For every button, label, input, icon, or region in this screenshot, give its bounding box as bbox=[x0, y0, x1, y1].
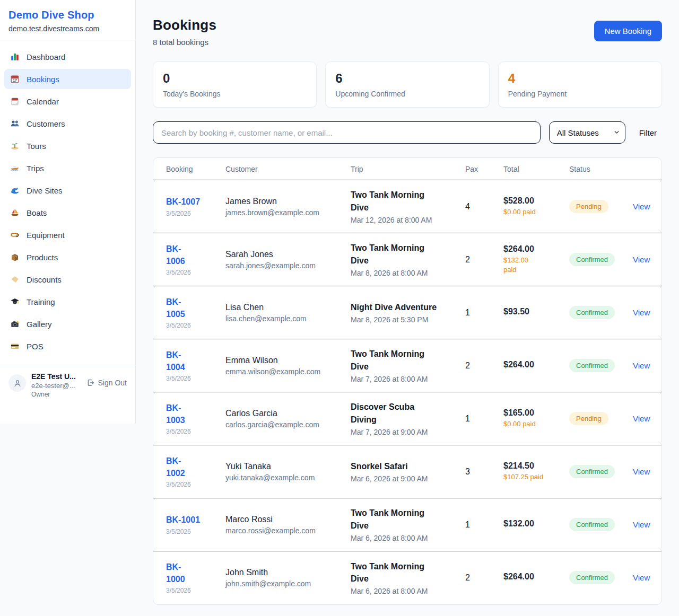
status-filter-select[interactable]: All Statuses bbox=[549, 121, 625, 144]
total-amount: $264.00 bbox=[503, 244, 563, 254]
booking-id-link[interactable]: BK- 1005 bbox=[166, 296, 219, 320]
customer-email: emma.wilson@example.com bbox=[225, 367, 344, 376]
booking-id-link[interactable]: BK- 1004 bbox=[166, 349, 219, 373]
sidebar: Demo Dive Shop demo.test.divestreams.com… bbox=[0, 0, 136, 424]
booking-id-link[interactable]: BK- 1000 bbox=[166, 561, 219, 585]
col-header-trip: Trip bbox=[351, 158, 465, 180]
trip-name: Discover Scuba Diving bbox=[351, 401, 459, 425]
customer-name: John Smith bbox=[225, 568, 344, 577]
pax-count: 1 bbox=[465, 392, 503, 445]
sidebar-item-boats[interactable]: Boats bbox=[4, 203, 131, 223]
sidebar-item-dive-sites[interactable]: Dive Sites bbox=[4, 180, 131, 200]
people-icon bbox=[10, 118, 20, 129]
controls-row: All Statuses Filter bbox=[153, 121, 662, 144]
view-link[interactable]: View bbox=[633, 255, 650, 264]
booking-id-link[interactable]: BK- 1006 bbox=[166, 243, 219, 267]
pax-count: 3 bbox=[465, 445, 503, 498]
sidebar-item-label: Trips bbox=[27, 164, 44, 173]
sidebar-item-discounts[interactable]: Discounts bbox=[4, 269, 131, 289]
search-input[interactable] bbox=[153, 121, 541, 144]
sidebar-item-calendar[interactable]: Calendar bbox=[4, 91, 131, 111]
customer-name: James Brown bbox=[225, 197, 344, 206]
view-link[interactable]: View bbox=[633, 202, 650, 211]
brand-title[interactable]: Demo Dive Shop bbox=[8, 9, 127, 21]
trip-name: Two Tank Morning Dive bbox=[351, 507, 459, 531]
paid-amount: $132.00 paid bbox=[503, 256, 563, 274]
status-badge: Confirmed bbox=[569, 253, 615, 266]
trip-datetime: Mar 12, 2026 at 8:00 AM bbox=[351, 216, 459, 224]
sign-out-icon bbox=[86, 379, 95, 387]
total-amount: $93.50 bbox=[503, 307, 563, 316]
stat-value: 0 bbox=[163, 71, 307, 86]
view-link[interactable]: View bbox=[633, 520, 650, 529]
camera-icon bbox=[10, 319, 20, 329]
col-header-total: Total bbox=[503, 158, 569, 180]
view-link[interactable]: View bbox=[633, 361, 650, 370]
col-header-customer: Customer bbox=[225, 158, 351, 180]
sidebar-item-label: Discounts bbox=[27, 275, 62, 284]
sidebar-item-dashboard[interactable]: Dashboard bbox=[4, 47, 131, 67]
stats-row: 0 Today's Bookings 6 Upcoming Confirmed … bbox=[153, 61, 662, 108]
status-filter-wrap: All Statuses bbox=[549, 121, 625, 144]
booking-date: 3/5/2026 bbox=[166, 269, 219, 276]
user-email: e2e-tester@... bbox=[31, 382, 81, 390]
calendar-date-icon: 17 bbox=[10, 74, 20, 84]
stat-value: 6 bbox=[335, 71, 479, 86]
sidebar-item-bookings[interactable]: 17 Bookings bbox=[4, 69, 131, 89]
sidebar-item-label: Products bbox=[27, 253, 58, 262]
sidebar-item-customers[interactable]: Customers bbox=[4, 113, 131, 134]
stat-card-pending-payment: 4 Pending Payment bbox=[498, 61, 662, 108]
table-row: BK- 10053/5/2026 Lisa Chenlisa.chen@exam… bbox=[153, 286, 661, 339]
booking-id-link[interactable]: BK-1007 bbox=[166, 196, 219, 208]
pax-count: 2 bbox=[465, 339, 503, 392]
new-booking-button[interactable]: New Booking bbox=[594, 21, 662, 41]
sidebar-item-products[interactable]: Products bbox=[4, 247, 131, 267]
view-link[interactable]: View bbox=[633, 467, 650, 476]
sidebar-item-tours[interactable]: Tours bbox=[4, 136, 131, 156]
sidebar-item-label: Dive Sites bbox=[27, 186, 63, 195]
sign-out-label: Sign Out bbox=[98, 379, 127, 387]
customer-email: lisa.chen@example.com bbox=[225, 314, 344, 323]
sidebar-item-training[interactable]: Training bbox=[4, 292, 131, 312]
trip-datetime: Mar 8, 2026 at 5:30 PM bbox=[351, 315, 459, 324]
view-link[interactable]: View bbox=[633, 308, 650, 317]
bar-chart-icon bbox=[10, 51, 20, 62]
sidebar-item-gallery[interactable]: Gallery bbox=[4, 314, 131, 334]
user-name: E2E Test U... bbox=[31, 372, 81, 381]
total-amount: $214.50 bbox=[503, 461, 563, 471]
col-header-booking: Booking bbox=[153, 158, 225, 180]
booking-id-link[interactable]: BK- 1003 bbox=[166, 402, 219, 426]
sidebar-item-pos[interactable]: POS bbox=[4, 336, 131, 356]
view-link[interactable]: View bbox=[633, 414, 650, 423]
status-badge: Confirmed bbox=[569, 518, 615, 531]
filter-button[interactable]: Filter bbox=[634, 125, 662, 140]
status-badge: Confirmed bbox=[569, 359, 615, 372]
booking-date: 3/5/2026 bbox=[166, 481, 219, 488]
view-link[interactable]: View bbox=[633, 573, 650, 582]
customer-email: sarah.jones@example.com bbox=[225, 261, 344, 270]
table-row: BK- 10063/5/2026 Sarah Jonessarah.jones@… bbox=[153, 233, 661, 286]
col-header-status: Status bbox=[569, 158, 633, 180]
col-header-pax: Pax bbox=[465, 158, 503, 180]
booking-date: 3/5/2026 bbox=[166, 428, 219, 435]
trip-datetime: Mar 7, 2026 at 9:00 AM bbox=[351, 428, 459, 436]
booking-id-link[interactable]: BK- 1002 bbox=[166, 455, 219, 479]
customer-name: Yuki Tanaka bbox=[225, 462, 344, 471]
paid-amount: $0.00 paid bbox=[503, 419, 563, 429]
trip-name: Two Tank Morning Dive bbox=[351, 560, 459, 585]
sidebar-item-trips[interactable]: Trips bbox=[4, 158, 131, 178]
status-badge: Confirmed bbox=[569, 465, 615, 478]
sidebar-item-equipment[interactable]: Equipment bbox=[4, 225, 131, 245]
sidebar-item-label: Calendar bbox=[27, 97, 59, 106]
stat-card-upcoming-confirmed: 6 Upcoming Confirmed bbox=[325, 61, 489, 108]
pax-count: 1 bbox=[465, 498, 503, 551]
pax-count: 1 bbox=[465, 286, 503, 339]
customer-email: yuki.tanaka@example.com bbox=[225, 473, 344, 482]
sign-out-button[interactable]: Sign Out bbox=[86, 379, 127, 387]
booking-id-link[interactable]: BK-1001 bbox=[166, 514, 219, 526]
island-icon bbox=[10, 140, 20, 151]
total-amount: $132.00 bbox=[503, 519, 563, 529]
stat-value: 4 bbox=[508, 71, 652, 86]
trip-name: Two Tank Morning Dive bbox=[351, 242, 459, 266]
svg-text:17: 17 bbox=[13, 78, 17, 82]
